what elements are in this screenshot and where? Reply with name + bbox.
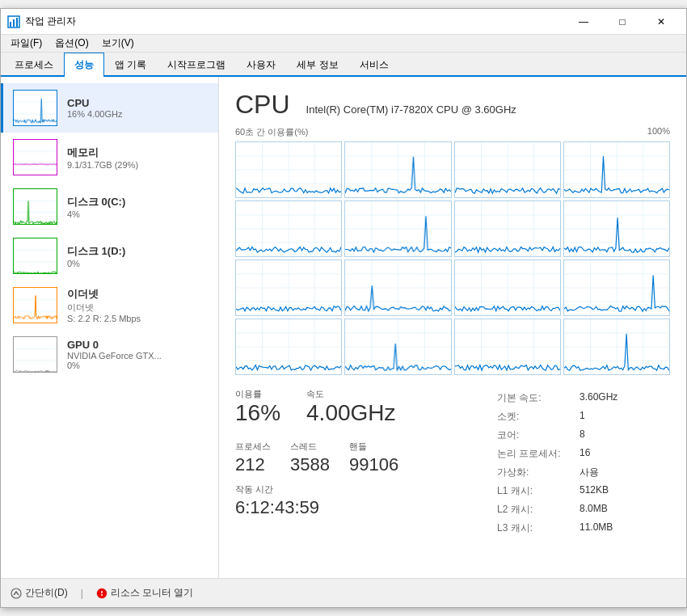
sidebar-item-disk0[interactable]: 디스크 0(C:) 4% [1, 182, 218, 231]
logical-value: 16 [576, 445, 668, 462]
stats-section: 이용률 16% 속도 4.00GHz 프로세스 212 [235, 388, 670, 538]
usage-value: 16% [235, 402, 280, 424]
minimize-button[interactable]: — [565, 9, 602, 35]
info-base-speed: 기본 속도: 3.60GHz [494, 390, 668, 407]
window-title: 작업 관리자 [25, 15, 76, 28]
cpu-graph-7 [563, 200, 670, 257]
l3-label: L3 캐시: [494, 520, 575, 537]
info-virt: 가상화: 사용 [494, 464, 668, 481]
speed-label: 속도 [306, 388, 396, 400]
sidebar-thumb-memory [13, 139, 57, 175]
close-button[interactable]: ✕ [643, 9, 680, 35]
sidebar-label-disk0: 디스크 0(C:) [67, 195, 209, 209]
cpu-graph-5 [344, 200, 451, 257]
maximize-button[interactable]: □ [604, 9, 641, 35]
thread-value: 3588 [290, 454, 330, 475]
sidebar-label-gpu: GPU 0 [67, 339, 209, 351]
process-value: 212 [235, 454, 265, 475]
sidebar-item-ethernet[interactable]: 이더넷 이더넷 S: 2.2 R: 2.5 Mbps [1, 281, 218, 330]
sidebar-item-gpu[interactable]: GPU 0 NVIDIA GeForce GTX... 0% [1, 330, 218, 379]
sidebar-sub-ethernet1: 이더넷 [67, 302, 209, 314]
menu-bar: 파일(F) 옵션(O) 보기(V) [1, 35, 686, 53]
cpu-graph-8 [235, 259, 342, 316]
tab-users[interactable]: 사용자 [236, 53, 286, 77]
stats-left: 이용률 16% 속도 4.00GHz 프로세스 212 [235, 388, 492, 538]
cpu-graph-15 [563, 319, 670, 375]
base-speed-label: 기본 속도: [494, 390, 575, 407]
graph-label-left: 60초 간 이용률(%) [235, 126, 308, 138]
virt-label: 가상화: [494, 464, 575, 481]
sidebar-item-disk1[interactable]: 디스크 1(D:) 0% [1, 231, 218, 281]
cpu-graph-13 [344, 319, 451, 375]
socket-value: 1 [576, 408, 668, 425]
collapse-label: 간단히(D) [25, 586, 68, 600]
tab-startup[interactable]: 시작프로그램 [157, 53, 236, 77]
task-manager-window: 작업 관리자 — □ ✕ 파일(F) 옵션(O) 보기(V) 프로세스 성능 앱… [0, 8, 687, 608]
stat-handle: 핸들 99106 [349, 441, 398, 475]
sidebar-label-memory: 메모리 [67, 146, 209, 160]
chevron-up-icon [11, 588, 22, 599]
info-logical: 논리 프로세서: 16 [494, 445, 668, 462]
cpu-graph-14 [454, 319, 561, 375]
sidebar-label-disk1: 디스크 1(D:) [67, 244, 209, 259]
cpu-graph-1 [344, 141, 451, 198]
svg-rect-1 [10, 22, 11, 27]
l2-value: 8.0MB [576, 501, 668, 518]
info-l1: L1 캐시: 512KB [494, 483, 668, 500]
info-l2: L2 캐시: 8.0MB [494, 501, 668, 518]
cpu-graph-3 [563, 141, 670, 198]
thread-label: 스레드 [290, 441, 330, 453]
stat-process: 프로세스 212 [235, 441, 271, 475]
svg-rect-2 [13, 19, 15, 27]
sidebar-item-cpu[interactable]: CPU 16% 4.00GHz [1, 83, 218, 133]
handle-value: 99106 [349, 454, 398, 475]
status-bar: 간단히(D) | 리소스 모니터 열기 [1, 578, 686, 607]
tab-details[interactable]: 세부 정보 [286, 53, 348, 77]
stat-speed: 속도 4.00GHz [306, 388, 396, 424]
sidebar-item-memory[interactable]: 메모리 9.1/31.7GB (29%) [1, 133, 218, 182]
cpu-graph-12 [235, 319, 342, 375]
sidebar-sub-gpu2: 0% [67, 361, 209, 370]
tab-services[interactable]: 서비스 [349, 53, 399, 77]
uptime-label: 작동 시간 [235, 483, 492, 496]
status-divider: | [81, 588, 83, 599]
menu-view[interactable]: 보기(V) [95, 35, 141, 52]
stat-usage: 이용률 16% [235, 388, 280, 424]
svg-rect-3 [16, 18, 18, 27]
tab-performance[interactable]: 성능 [64, 53, 104, 77]
l1-value: 512KB [576, 483, 668, 500]
sidebar-thumb-ethernet [13, 287, 57, 323]
graph-label-row: 60초 간 이용률(%) 100% [235, 126, 670, 138]
svg-point-7 [101, 594, 103, 596]
sidebar-sub-memory: 9.1/31.7GB (29%) [67, 160, 209, 170]
stats-right: 기본 속도: 3.60GHz 소켓: 1 코어: 8 논리 프로세서: [492, 388, 670, 538]
info-table: 기본 속도: 3.60GHz 소켓: 1 코어: 8 논리 프로세서: [492, 388, 670, 538]
usage-label: 이용률 [235, 388, 280, 400]
sidebar-sub-disk1: 0% [67, 259, 209, 268]
content-area: CPU 16% 4.00GHz 메모리 9.1/31.7GB (29%) [1, 77, 686, 578]
collapse-button[interactable]: 간단히(D) [11, 586, 68, 600]
tab-app-history[interactable]: 앱 기록 [104, 53, 157, 77]
tab-process[interactable]: 프로세스 [4, 53, 64, 77]
graph-label-right: 100% [647, 126, 670, 138]
sidebar-sub-gpu1: NVIDIA GeForce GTX... [67, 351, 209, 361]
uptime-value: 6:12:43:59 [235, 497, 492, 518]
stat-uptime: 작동 시간 6:12:43:59 [235, 483, 492, 518]
resource-monitor-button[interactable]: 리소스 모니터 열기 [96, 586, 194, 600]
sidebar-label-ethernet: 이더넷 [67, 287, 209, 302]
core-label: 코어: [494, 427, 575, 444]
title-bar-left: 작업 관리자 [7, 15, 76, 28]
process-label: 프로세스 [235, 441, 271, 453]
sidebar-thumb-disk0 [13, 188, 57, 225]
cpu-graph-6 [454, 200, 561, 257]
core-value: 8 [576, 427, 668, 444]
info-core: 코어: 8 [494, 427, 668, 444]
sidebar-sub-cpu: 16% 4.00GHz [67, 109, 209, 119]
cpu-graph-9 [344, 259, 451, 316]
cpu-graph-10 [454, 259, 561, 316]
l1-label: L1 캐시: [494, 483, 575, 500]
logical-label: 논리 프로세서: [494, 445, 575, 462]
app-icon [7, 15, 20, 28]
menu-file[interactable]: 파일(F) [4, 35, 48, 52]
menu-options[interactable]: 옵션(O) [48, 35, 95, 52]
